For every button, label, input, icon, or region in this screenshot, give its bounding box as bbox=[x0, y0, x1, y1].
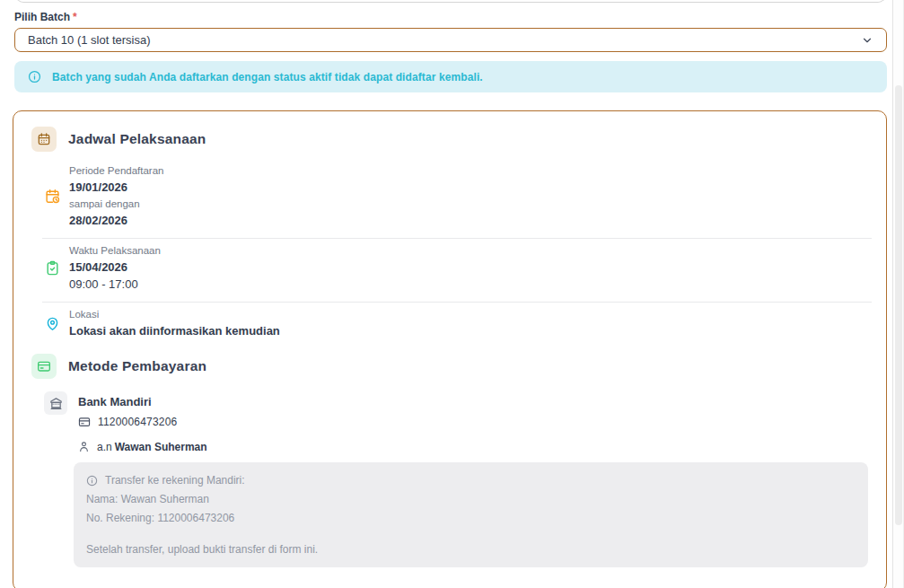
holder-name: Wawan Suherman bbox=[115, 441, 207, 453]
location-entry: Lokasi Lokasi akan diinformasikan kemudi… bbox=[44, 308, 872, 338]
bank-details: Bank Mandiri 1120006473206 a.nWawan Suhe… bbox=[78, 391, 872, 567]
bank-account-block: Bank Mandiri 1120006473206 a.nWawan Suhe… bbox=[44, 391, 872, 567]
account-number-row: 1120006473206 bbox=[78, 416, 872, 428]
scrollbar-thumb[interactable] bbox=[895, 85, 902, 525]
registration-period-label: Periode Pendaftaran bbox=[69, 164, 164, 177]
note-line-4: Setelah transfer, upload bukti transfer … bbox=[86, 542, 856, 557]
batch-field-label: Pilih Batch* bbox=[14, 0, 887, 23]
location-value: Lokasi akan diinformasikan kemudian bbox=[69, 323, 280, 338]
note-spacer bbox=[86, 525, 856, 538]
person-icon bbox=[78, 441, 90, 452]
chevron-down-icon bbox=[861, 34, 873, 47]
registration-end-date: 28/02/2026 bbox=[69, 213, 164, 228]
divider bbox=[42, 302, 872, 303]
execution-label: Waktu Pelaksanaan bbox=[69, 244, 161, 257]
bank-icon bbox=[44, 391, 67, 415]
batch-select[interactable]: Batch 10 (1 slot tersisa) bbox=[14, 28, 887, 52]
registration-separator: sampai dengan bbox=[69, 197, 164, 210]
location-label: Lokasi bbox=[69, 308, 280, 320]
alert-message: Batch yang sudah Anda daftarkan dengan s… bbox=[52, 71, 483, 83]
note-header: Transfer ke rekening Mandiri: bbox=[86, 473, 856, 487]
execution-time-text: Waktu Pelaksanaan 15/04/2026 09:00 - 17:… bbox=[69, 244, 161, 292]
registration-period-entry: Periode Pendaftaran 19/01/2026 sampai de… bbox=[44, 164, 872, 228]
note-line-1: Transfer ke rekening Mandiri: bbox=[105, 473, 245, 487]
batch-label-text: Pilih Batch bbox=[14, 11, 70, 23]
info-icon bbox=[28, 70, 41, 83]
info-icon bbox=[86, 475, 98, 487]
card-icon bbox=[78, 416, 91, 428]
map-pin-icon bbox=[44, 316, 60, 331]
clipboard-check-icon bbox=[44, 260, 60, 276]
registration-period-text: Periode Pendaftaran 19/01/2026 sampai de… bbox=[69, 164, 164, 228]
schedule-section-title: Jadwal Pelaksanaan bbox=[68, 131, 206, 147]
account-holder-row: a.nWawan Suherman bbox=[78, 438, 872, 454]
divider bbox=[42, 238, 872, 239]
info-alert: Batch yang sudah Anda daftarkan dengan s… bbox=[14, 61, 887, 92]
holder-text: a.nWawan Suherman bbox=[97, 438, 207, 454]
batch-detail-card: Jadwal Pelaksanaan Periode Pendaftaran 1… bbox=[13, 110, 887, 588]
registration-start-date: 19/01/2026 bbox=[69, 180, 164, 195]
payment-section-title: Metode Pembayaran bbox=[68, 358, 206, 374]
registration-form-page: Pilih Batch* Batch 10 (1 slot tersisa) B… bbox=[0, 0, 904, 588]
location-text: Lokasi Lokasi akan diinformasikan kemudi… bbox=[69, 308, 280, 338]
form-content: Pilih Batch* Batch 10 (1 slot tersisa) B… bbox=[14, 0, 887, 588]
vertical-scrollbar[interactable] bbox=[892, 0, 904, 588]
payment-section-header: Metode Pembayaran bbox=[31, 354, 872, 379]
transfer-note-box: Transfer ke rekening Mandiri: Nama: Wawa… bbox=[74, 462, 868, 567]
execution-hours: 09:00 - 17:00 bbox=[69, 276, 161, 292]
calendar-clock-icon bbox=[44, 189, 60, 204]
note-line-3: No. Rekening: 1120006473206 bbox=[86, 511, 856, 525]
calendar-icon bbox=[31, 127, 57, 152]
batch-select-value: Batch 10 (1 slot tersisa) bbox=[28, 33, 151, 47]
execution-date: 15/04/2026 bbox=[69, 259, 161, 275]
holder-prefix: a.n bbox=[97, 441, 112, 453]
credit-card-icon bbox=[31, 354, 57, 379]
account-number: 1120006473206 bbox=[98, 416, 177, 428]
note-line-2: Nama: Wawan Suherman bbox=[86, 492, 856, 506]
bank-name: Bank Mandiri bbox=[78, 395, 872, 409]
execution-time-entry: Waktu Pelaksanaan 15/04/2026 09:00 - 17:… bbox=[44, 244, 872, 292]
required-asterisk: * bbox=[73, 11, 77, 23]
schedule-section-header: Jadwal Pelaksanaan bbox=[31, 127, 872, 152]
